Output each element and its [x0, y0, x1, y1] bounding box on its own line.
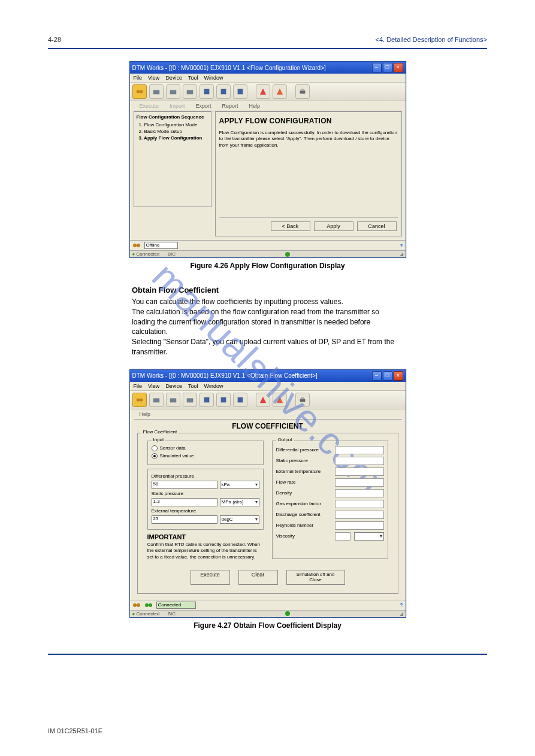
settings-icon[interactable]	[200, 84, 214, 99]
folder-icon[interactable]	[149, 393, 164, 407]
settings-icon[interactable]	[216, 84, 231, 99]
link-icon	[144, 602, 153, 608]
fig1-toolbar	[130, 83, 406, 101]
fig2-window: DTM Works - [(0 : MV00001) EJX910 V1.1 <…	[129, 369, 406, 618]
et-input[interactable]: 23	[152, 515, 217, 524]
minimize-icon[interactable]: –	[372, 63, 382, 72]
sp-input[interactable]: 1.3	[152, 498, 217, 506]
folder-icon[interactable]	[183, 393, 197, 407]
folder-icon[interactable]	[166, 84, 180, 99]
print-icon[interactable]	[295, 393, 310, 407]
fig2-status2: ● Connected BIC ◢	[130, 610, 406, 617]
out-visc: Viscosity	[276, 533, 331, 539]
radio-simulated[interactable]: Simulated value	[152, 453, 259, 459]
sidebar-header: Flow Configuration Sequence	[137, 114, 208, 120]
status-field: Offline	[144, 242, 178, 249]
print-icon[interactable]	[295, 84, 310, 99]
settings-icon[interactable]	[200, 393, 214, 407]
fig1-status1: Offline ?	[130, 240, 406, 250]
tool-icon[interactable]	[132, 393, 147, 407]
menu-window[interactable]: Window	[204, 383, 223, 389]
svg-point-0	[136, 90, 139, 93]
folder-icon[interactable]	[183, 84, 197, 99]
status-dot	[285, 611, 290, 616]
svg-rect-17	[170, 398, 176, 402]
help-icon[interactable]: ?	[400, 243, 403, 248]
svg-rect-5	[204, 89, 209, 95]
fig1-title: DTM Works - [(0 : MV00001) EJX910 V1.1 <…	[132, 65, 326, 71]
wizard-icon[interactable]	[256, 84, 270, 99]
fig1-subtabs: Execute Import Export Report Help	[134, 101, 402, 111]
close-icon[interactable]: ×	[394, 371, 403, 381]
clear-button[interactable]: Clear	[238, 570, 278, 585]
top-rule	[48, 48, 487, 49]
menu-view[interactable]: View	[148, 75, 159, 81]
out-sp-val	[335, 457, 384, 465]
out-dp: Differential pressure	[276, 447, 331, 453]
step-2[interactable]: 2. Basic Mode setup	[139, 129, 208, 134]
out-flow: Flow rate	[276, 479, 331, 485]
folder-icon[interactable]	[166, 393, 180, 407]
fig1-status2: ● Connected BIC ◢	[130, 250, 406, 257]
menu-tool[interactable]: Tool	[188, 383, 198, 389]
settings-icon[interactable]	[233, 393, 247, 407]
bottom-rule	[48, 654, 487, 655]
svg-rect-4	[186, 90, 193, 94]
fig1-menubar: File View Device Tool Window	[130, 74, 406, 83]
tab-report[interactable]: Report	[222, 103, 238, 109]
settings-icon[interactable]	[216, 393, 231, 407]
menu-window[interactable]: Window	[204, 75, 223, 81]
close-icon[interactable]: ×	[394, 63, 403, 72]
svg-rect-2	[153, 90, 159, 94]
tab-import[interactable]: Import	[170, 103, 185, 109]
wizard-icon[interactable]	[256, 393, 270, 407]
maximize-icon[interactable]: □	[383, 63, 392, 72]
wizard-icon[interactable]	[273, 393, 287, 407]
minimize-icon[interactable]: –	[372, 371, 382, 381]
tab-export[interactable]: Export	[196, 103, 211, 109]
status-mode: BIC	[168, 251, 176, 257]
tab-help[interactable]: Help	[140, 411, 151, 417]
execute-button[interactable]: Execute	[191, 570, 230, 585]
tab-help[interactable]: Help	[249, 103, 261, 109]
svg-point-15	[140, 398, 143, 401]
menu-view[interactable]: View	[148, 383, 159, 389]
out-density-val	[335, 489, 384, 497]
sp-unit[interactable]: MPa (abs)	[220, 498, 259, 506]
svg-rect-20	[220, 397, 226, 402]
out-et-val	[335, 467, 384, 476]
menu-file[interactable]: File	[134, 75, 143, 81]
tab-execute[interactable]: Execute	[140, 103, 159, 109]
step-1[interactable]: 1. Flow Configuration Mode	[139, 122, 208, 127]
settings-icon[interactable]	[233, 84, 247, 99]
menu-file[interactable]: File	[134, 383, 143, 389]
tool-icon[interactable]	[132, 84, 147, 99]
svg-rect-19	[204, 397, 209, 402]
svg-rect-6	[220, 89, 226, 95]
step-3[interactable]: 3. Apply Flow Configuration	[139, 135, 208, 141]
resize-grip-icon[interactable]: ◢	[400, 251, 403, 257]
dp-label: Differential pressure	[152, 473, 207, 479]
et-label: External temperature	[152, 508, 207, 514]
maximize-icon[interactable]: □	[383, 371, 392, 381]
close-button[interactable]: Simulation off and Close	[286, 570, 345, 585]
back-button[interactable]: < Back	[271, 221, 310, 231]
status-mode: BIC	[168, 611, 176, 617]
cancel-button[interactable]: Cancel	[357, 221, 397, 231]
wizard-icon[interactable]	[273, 84, 287, 99]
menu-tool[interactable]: Tool	[188, 75, 198, 81]
section-heading: Obtain Flow Coefficient	[132, 286, 487, 294]
svg-marker-23	[276, 397, 283, 403]
menu-device[interactable]: Device	[165, 383, 182, 389]
et-unit[interactable]: degC	[220, 515, 259, 524]
apply-button[interactable]: Apply	[314, 221, 353, 231]
folder-icon[interactable]	[149, 84, 164, 99]
fig2-toolbar	[130, 391, 406, 409]
help-icon[interactable]: ?	[400, 602, 403, 608]
menu-device[interactable]: Device	[165, 75, 182, 81]
dp-unit[interactable]: kPa	[220, 481, 259, 489]
resize-grip-icon[interactable]: ◢	[400, 611, 403, 617]
out-visc-unit[interactable]	[354, 532, 384, 541]
radio-sensor[interactable]: Sensor data	[152, 445, 259, 451]
dp-input[interactable]: 50	[152, 481, 217, 489]
